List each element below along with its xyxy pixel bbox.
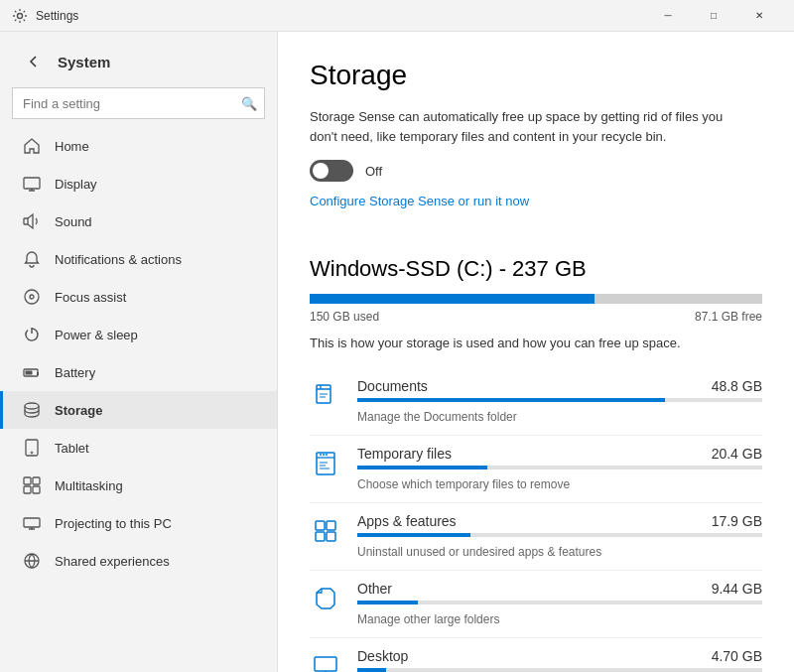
tablet-icon [23,439,41,457]
svg-rect-2 [24,218,28,224]
storage-item-other[interactable]: Other 9.44 GB Manage other large folders [310,571,762,638]
maximize-button[interactable]: □ [691,0,736,32]
nav-item-label: Multitasking [55,478,123,493]
storage-item-name: Documents [357,378,428,394]
storage-item-apps[interactable]: Apps & features 17.9 GB Uninstall unused… [310,503,762,571]
svg-point-7 [25,403,39,409]
drive-title: Windows-SSD (C:) - 237 GB [310,256,762,282]
search-input[interactable] [12,87,265,119]
svg-rect-19 [327,521,335,530]
storage-item-bar [357,466,762,470]
sidebar-item-focus[interactable]: Focus assist [0,278,277,316]
svg-point-3 [25,290,39,304]
apps-storage-icon [310,515,341,547]
nav-list: Home Display Sound Notifications & actio… [0,127,277,580]
nav-item-label: Shared experiences [55,554,170,569]
sidebar-item-battery[interactable]: Battery [0,353,277,391]
storage-item-bar-fill [357,668,386,672]
storage-item-bar-fill [357,533,470,537]
svg-rect-17 [317,453,334,474]
storage-item-size: 20.4 GB [712,446,762,462]
sidebar-item-storage[interactable]: Storage [0,391,277,429]
back-button[interactable] [20,48,48,75]
sidebar-item-multitasking[interactable]: Multitasking [0,467,277,504]
display-icon [23,175,41,193]
toggle-label: Off [365,164,382,179]
sidebar-header: System [0,32,277,83]
bar-free-label: 87.1 GB free [695,310,762,324]
battery-icon [23,363,41,381]
search-box: 🔍 [12,87,265,119]
sidebar-item-notifications[interactable]: Notifications & actions [0,240,277,278]
storage-sense-toggle[interactable] [310,160,353,182]
storage-item-bar [357,398,762,402]
projecting-icon [23,514,41,532]
storage-item-size: 48.8 GB [712,378,762,394]
storage-icon [23,401,41,419]
main-content: Storage Storage Sense can automatically … [278,32,794,672]
storage-item-bar [357,601,762,605]
bar-used-label: 150 GB used [310,310,379,324]
settings-icon [12,8,28,24]
storage-item-name: Desktop [357,648,408,664]
minimize-button[interactable]: ─ [645,0,691,32]
multitasking-icon [23,476,41,494]
nav-item-label: Power & sleep [55,328,138,342]
storage-item-header: Other 9.44 GB [357,581,762,597]
nav-item-label: Sound [55,214,92,229]
storage-item-header: Apps & features 17.9 GB [357,513,762,529]
svg-rect-21 [327,532,335,541]
svg-rect-10 [24,477,31,484]
storage-item-name: Other [357,581,392,597]
storage-item-content: Temporary files 20.4 GB Choose which tem… [357,446,762,492]
focus-icon [23,288,41,306]
storage-item-content: Other 9.44 GB Manage other large folders [357,581,762,627]
svg-rect-12 [24,486,31,493]
configure-link[interactable]: Configure Storage Sense or run it now [310,194,529,208]
storage-items-list: Documents 48.8 GB Manage the Documents f… [310,368,762,672]
window-controls: ─ □ ✕ [645,0,782,32]
storage-item-desktop[interactable]: Desktop 4.70 GB Manage the Desktop folde… [310,638,762,672]
storage-item-temp[interactable]: Temporary files 20.4 GB Choose which tem… [310,436,762,503]
shared-icon [23,552,41,570]
storage-item-size: 17.9 GB [712,513,762,529]
storage-item-header: Temporary files 20.4 GB [357,446,762,462]
documents-storage-icon [310,380,341,412]
storage-item-header: Documents 48.8 GB [357,378,762,394]
svg-rect-11 [33,477,40,484]
sidebar-item-sound[interactable]: Sound [0,202,277,240]
toggle-row: Off [310,160,762,182]
notifications-icon [23,250,41,268]
sidebar-item-shared[interactable]: Shared experiences [0,542,277,580]
svg-rect-1 [24,178,40,189]
sidebar-item-power[interactable]: Power & sleep [0,316,277,353]
nav-item-label: Home [55,139,89,154]
close-button[interactable]: ✕ [736,0,782,32]
storage-item-bar-fill [357,466,487,470]
search-icon: 🔍 [241,96,257,111]
svg-rect-20 [316,532,325,541]
svg-point-9 [31,452,33,454]
storage-item-bar [357,668,762,672]
nav-item-label: Tablet [55,441,89,456]
sidebar-item-display[interactable]: Display [0,165,277,202]
nav-item-label: Battery [55,365,95,380]
nav-item-label: Projecting to this PC [55,516,172,531]
storage-bar-labels: 150 GB used 87.1 GB free [310,310,762,324]
sidebar-title: System [58,54,110,70]
storage-info-text: This is how your storage is used and how… [310,336,762,350]
storage-item-name: Apps & features [357,513,457,529]
sidebar-item-projecting[interactable]: Projecting to this PC [0,504,277,542]
storage-item-header: Desktop 4.70 GB [357,648,762,664]
storage-item-bar-fill [357,398,665,402]
page-title: Storage [310,60,762,91]
drive-section: Windows-SSD (C:) - 237 GB 150 GB used 87… [310,256,762,672]
sidebar-item-tablet[interactable]: Tablet [0,429,277,467]
svg-point-0 [18,13,23,18]
sidebar-item-home[interactable]: Home [0,127,277,165]
storage-item-documents[interactable]: Documents 48.8 GB Manage the Documents f… [310,368,762,436]
svg-rect-18 [316,521,325,530]
storage-item-sub: Manage the Documents folder [357,410,517,424]
nav-item-label: Storage [55,403,102,418]
nav-item-label: Focus assist [55,290,126,305]
